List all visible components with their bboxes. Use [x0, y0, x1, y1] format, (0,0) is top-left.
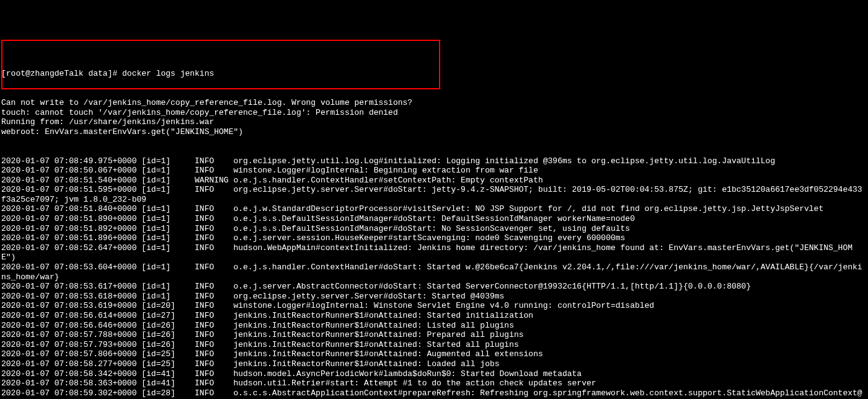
- header-line: Can not write to /var/jenkins_home/copy_…: [1, 98, 867, 108]
- log-line: 2020-01-07 07:08:51.595+0000 [id=1] INFO…: [1, 185, 867, 204]
- log-line: 2020-01-07 07:08:53.617+0000 [id=1] INFO…: [1, 282, 867, 292]
- header-line: touch: cannot touch '/var/jenkins_home/c…: [1, 108, 867, 118]
- log-line: 2020-01-07 07:08:52.647+0000 [id=1] INFO…: [1, 243, 867, 262]
- highlight-annotation-box: [1, 40, 440, 89]
- log-line: 2020-01-07 07:08:53.604+0000 [id=1] INFO…: [1, 262, 867, 282]
- log-line: 2020-01-07 07:08:53.618+0000 [id=1] INFO…: [1, 292, 867, 302]
- log-line: 2020-01-07 07:08:49.975+0000 [id=1] INFO…: [1, 156, 867, 166]
- log-line: 2020-01-07 07:08:51.840+0000 [id=1] INFO…: [1, 204, 867, 214]
- log-line: 2020-01-07 07:08:56.614+0000 [id=27] INF…: [1, 311, 867, 321]
- header-lines-container: Can not write to /var/jenkins_home/copy_…: [1, 98, 867, 137]
- log-line: 2020-01-07 07:08:50.067+0000 [id=1] INFO…: [1, 166, 867, 176]
- log-line: 2020-01-07 07:08:58.363+0000 [id=41] INF…: [1, 379, 867, 388]
- log-line: 2020-01-07 07:08:58.342+0000 [id=41] INF…: [1, 369, 867, 379]
- log-line: 2020-01-07 07:08:51.896+0000 [id=1] INFO…: [1, 233, 867, 243]
- header-line: webroot: EnvVars.masterEnvVars.get("JENK…: [1, 127, 867, 137]
- log-line: 2020-01-07 07:08:51.892+0000 [id=1] INFO…: [1, 224, 867, 234]
- prompt-user-host: [root@zhangdeTalk data]#: [1, 69, 117, 78]
- header-line: Running from: /usr/share/jenkins/jenkins…: [1, 117, 867, 127]
- log-line: 2020-01-07 07:08:57.788+0000 [id=26] INF…: [1, 330, 867, 340]
- terminal-output[interactable]: [root@zhangdeTalk data]# docker logs jen…: [1, 40, 867, 399]
- log-line: 2020-01-07 07:08:51.540+0000 [id=1] WARN…: [1, 176, 867, 186]
- log-line: 2020-01-07 07:08:58.277+0000 [id=25] INF…: [1, 359, 867, 369]
- log-lines-container: 2020-01-07 07:08:49.975+0000 [id=1] INFO…: [1, 156, 867, 400]
- command-text: docker logs jenkins: [122, 69, 214, 78]
- log-line: 2020-01-07 07:08:57.793+0000 [id=26] INF…: [1, 340, 867, 350]
- log-line: 2020-01-07 07:08:51.890+0000 [id=1] INFO…: [1, 214, 867, 224]
- log-line: 2020-01-07 07:08:53.619+0000 [id=20] INF…: [1, 301, 867, 311]
- log-line: 2020-01-07 07:08:56.646+0000 [id=26] INF…: [1, 321, 867, 331]
- log-line: 2020-01-07 07:08:57.806+0000 [id=25] INF…: [1, 349, 867, 359]
- command-prompt-line: [root@zhangdeTalk data]# docker logs jen…: [1, 69, 867, 79]
- log-line: 2020-01-07 07:08:59.302+0000 [id=28] INF…: [1, 388, 867, 399]
